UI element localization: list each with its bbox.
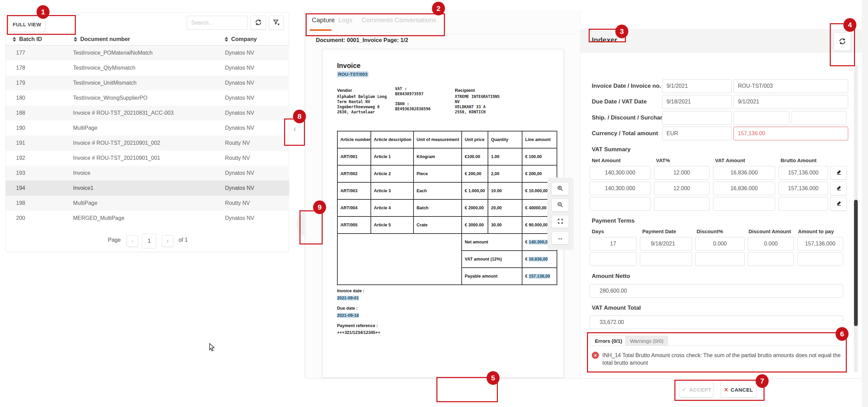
recipient-block: Recipient XTREME INTEGRATIONS NV VELDKAN… (455, 88, 500, 115)
shipping-input[interactable] (662, 111, 732, 125)
pt-amount-to-pay-input[interactable] (797, 252, 843, 266)
messages-tab-divider (590, 346, 843, 346)
refresh-list-button[interactable] (250, 16, 266, 30)
fit-width-button[interactable]: ↔ (551, 231, 569, 244)
vat-net-amount-input[interactable] (590, 197, 650, 211)
current-page-box[interactable]: 1 (142, 234, 156, 249)
pt-col-header: Payment Date (642, 228, 676, 234)
pt-discount-amount-input[interactable] (748, 237, 794, 251)
pt-discount-pct-input[interactable] (695, 252, 745, 266)
table-row[interactable]: 191Invoice # ROU-TST_20210901_002Routty … (6, 136, 289, 151)
next-page-button[interactable]: › (162, 235, 173, 247)
clear-vat-row-button[interactable] (830, 197, 847, 211)
table-row[interactable]: 198MultiPageRoutty NV (6, 196, 289, 211)
table-row[interactable]: 192Invoice # ROU-TST_20210901_001Routty … (6, 151, 289, 166)
vat-amount-input[interactable] (713, 182, 775, 195)
table-row[interactable]: 193InvoiceDynatos NV (6, 166, 289, 181)
pt-payment-date-input[interactable] (640, 252, 692, 266)
recipient-line: 2550, KONTICH (455, 110, 500, 115)
surcharge-input[interactable] (792, 111, 846, 125)
tab-capture[interactable]: Capture (312, 16, 335, 24)
total-label: VAT amount (12%) (462, 251, 522, 268)
page-scrollbar-gutter[interactable] (862, 0, 868, 407)
table-row[interactable]: 178TestInvoice_QtyMismatchDynatos NV (6, 60, 289, 75)
table-row[interactable]: 188Invoice # ROU-TST_20210831_ACC-003Dyn… (6, 106, 289, 121)
currency-input[interactable] (662, 127, 732, 140)
total-value: € 16.836,00 (522, 251, 557, 268)
table-row[interactable]: 190MultiPageDynatos NV (6, 121, 289, 136)
invoice-document-preview[interactable]: Invoice ROU-TST/003 Vendor Alphabet Belg… (322, 49, 564, 378)
vat-amount-input[interactable] (713, 166, 775, 180)
table-row-selected[interactable]: 194Invoice1Dynatos NV (6, 181, 289, 196)
field-label-ship-discount-surcharge: Ship. / Discount / Surcharge (592, 114, 669, 121)
search-input[interactable] (187, 16, 248, 30)
annotation-circle-9: 9 (313, 200, 326, 214)
doc-col-header: Unit of measurement (414, 131, 462, 148)
table-row[interactable]: 180TestInvoice_WrongSupplierPODynatos NV (6, 90, 289, 106)
amount-netto-input[interactable] (590, 284, 843, 298)
tab-errors[interactable]: Errors (0/1) (590, 336, 627, 346)
vat-percent-input[interactable] (654, 197, 710, 211)
vat-amount-total-input[interactable] (590, 315, 843, 329)
doc-col-header: Article number (337, 131, 371, 148)
recipient-line: VELDKANT 33 A (455, 104, 500, 110)
scrollbar-thumb[interactable] (854, 200, 858, 326)
vat-brutto-input[interactable] (779, 182, 828, 195)
full-view-button[interactable]: FULL VIEW (9, 16, 45, 32)
cell-batch-id: 190 (16, 121, 25, 136)
iban-number: BE4936302836596 (395, 107, 431, 112)
column-header-document-number[interactable]: Document number (74, 33, 130, 45)
collapse-left-panel-handle[interactable]: ‹ (290, 122, 300, 137)
payment-terms-title: Payment Terms (592, 217, 634, 224)
cell-company: Routty NV (225, 136, 250, 151)
clear-filter-button[interactable] (269, 16, 284, 30)
vat-date-input[interactable] (733, 95, 848, 109)
document-header: Document: 0001_Invoice Page: 1/2 (316, 37, 408, 43)
clear-vat-row-button[interactable] (830, 182, 847, 195)
tab-comments[interactable]: Comments (362, 16, 393, 24)
due-date-input[interactable] (662, 95, 732, 109)
pt-discount-pct-input[interactable] (695, 237, 745, 251)
sort-icon (13, 37, 16, 42)
discount-input[interactable] (733, 111, 789, 125)
pt-days-input[interactable] (590, 237, 636, 251)
vat-amount-input[interactable] (713, 197, 775, 211)
vat-net-amount-input[interactable] (590, 182, 650, 195)
tab-warnings[interactable]: Warnings (0/0) (625, 336, 668, 346)
zoom-in-button[interactable] (551, 182, 569, 195)
tab-conversations[interactable]: Conversations (395, 16, 436, 24)
pt-payment-date-input[interactable] (640, 237, 692, 251)
vat-brutto-input[interactable] (779, 197, 828, 211)
invoice-number-input[interactable] (733, 79, 848, 93)
cell-company: Dynatos NV (225, 211, 254, 226)
table-row[interactable]: 179TestInvoice_UnitMismatchDynatos NV (6, 75, 289, 90)
annotation-circle-7: 7 (756, 374, 769, 388)
vat-brutto-input[interactable] (779, 166, 828, 180)
accept-button[interactable]: ✓ ACCEPT (680, 382, 713, 397)
pt-amount-to-pay-input[interactable] (797, 237, 843, 251)
annotation-circle-1: 1 (37, 5, 50, 19)
pt-days-input[interactable] (590, 252, 636, 266)
indexer-refresh-button[interactable] (834, 32, 851, 51)
cell-batch-id: 193 (16, 166, 25, 181)
cancel-button[interactable]: × CANCEL (720, 382, 757, 397)
total-amount-input[interactable] (733, 127, 848, 140)
invoice-line-items-table: Article number Article description Unit … (337, 131, 557, 285)
prev-page-button[interactable]: ‹ (127, 235, 138, 247)
column-label: Company (231, 36, 257, 42)
vat-percent-input[interactable] (654, 182, 710, 195)
invoice-date-input[interactable] (662, 79, 732, 93)
column-header-batch-id[interactable]: Batch ID (13, 33, 42, 45)
cell-document-number: Invoice # ROU-TST_20210901_002 (73, 136, 160, 151)
table-row[interactable]: 177TestInvoice_POMaterialNoMatchDynatos … (6, 45, 289, 60)
pt-discount-amount-input[interactable] (748, 252, 794, 266)
column-header-company[interactable]: Company (225, 33, 257, 45)
zoom-out-button[interactable] (551, 199, 569, 212)
tab-logs[interactable]: Logs (338, 16, 352, 24)
vat-percent-input[interactable] (654, 166, 710, 180)
vat-net-amount-input[interactable] (590, 166, 650, 180)
clear-vat-row-button[interactable] (830, 166, 847, 180)
cell-batch-id: 188 (16, 106, 25, 121)
fullscreen-button[interactable] (551, 215, 569, 228)
table-row[interactable]: 200MERGED_MultiPageDynatos NV (6, 211, 289, 226)
